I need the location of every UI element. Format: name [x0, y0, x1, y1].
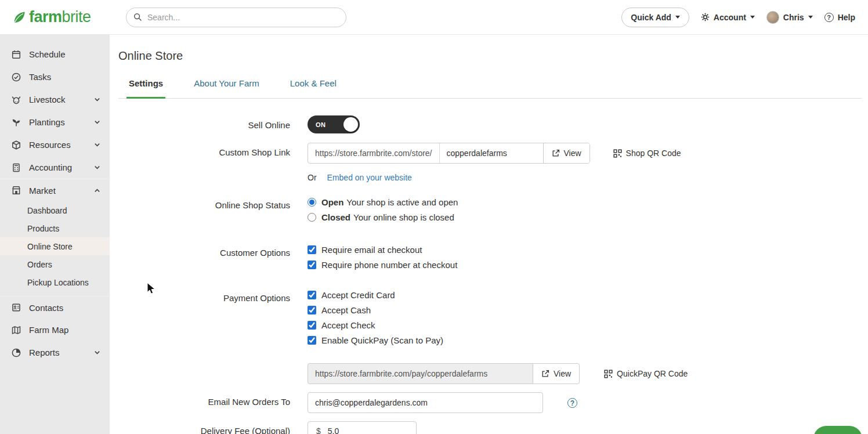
- shop-status-open-option[interactable]: Open Your shop is active and open: [308, 197, 458, 207]
- email-orders-input[interactable]: [308, 392, 543, 413]
- tab-settings[interactable]: Settings: [126, 78, 165, 99]
- chevron-up-icon: [94, 187, 100, 194]
- tabs: Settings About Your Farm Look & Feel: [118, 78, 862, 99]
- sidebar-item-market[interactable]: Market: [0, 179, 110, 201]
- accept-credit-card-checkbox[interactable]: [308, 291, 316, 299]
- calculator-icon: [12, 163, 23, 172]
- leaf-icon: [12, 10, 27, 25]
- sidebar-subitem-pickup-locations[interactable]: Pickup Locations: [0, 273, 110, 291]
- shop-slug-input[interactable]: [440, 143, 543, 163]
- require-email-checkbox[interactable]: [308, 245, 316, 254]
- accept-credit-card-option[interactable]: Accept Credit Card: [308, 290, 443, 300]
- gear-icon: [701, 13, 710, 21]
- sell-online-toggle[interactable]: ON: [308, 115, 360, 133]
- delivery-fee-input[interactable]: [328, 426, 386, 434]
- quick-add-button[interactable]: Quick Add: [621, 8, 689, 27]
- store-settings-form: Sell Online ON Custom Shop Link https://…: [110, 115, 868, 434]
- chevron-down-icon: [94, 119, 100, 125]
- external-link-icon: [541, 370, 549, 378]
- user-name: Chris: [783, 13, 804, 22]
- sidebar-item-label: Reports: [29, 348, 94, 357]
- currency-symbol: $: [308, 426, 328, 434]
- checkbox-label: Require email at checkout: [321, 245, 422, 255]
- email-orders-label: Email New Orders To: [110, 392, 290, 407]
- closed-radio[interactable]: [308, 213, 316, 222]
- closed-option-desc: Your online shop is closed: [353, 212, 454, 222]
- shop-qr-code-link[interactable]: Shop QR Code: [613, 149, 681, 158]
- sidebar-subitem-online-store[interactable]: Online Store: [0, 237, 110, 255]
- sidebar-item-livestock[interactable]: Livestock: [0, 88, 110, 111]
- account-label: Account: [714, 13, 746, 22]
- quickpay-qr-code-link[interactable]: QuickPay QR Code: [604, 369, 688, 378]
- sidebar-item-schedule[interactable]: Schedule: [0, 43, 110, 66]
- shop-url-prefix: https://store.farmbrite.com/store/: [308, 143, 440, 163]
- chevron-down-icon: [94, 142, 100, 148]
- sidebar-subitem-products[interactable]: Products: [0, 219, 110, 237]
- shop-view-button[interactable]: View: [543, 143, 589, 163]
- closed-option-name: Closed: [321, 212, 350, 222]
- checkbox-label: Require phone number at checkout: [321, 260, 457, 270]
- subitem-label: Products: [27, 224, 59, 233]
- sidebar-item-label: Resources: [29, 140, 94, 150]
- help-circle-icon[interactable]: [567, 398, 577, 408]
- help-menu[interactable]: Help: [824, 13, 855, 22]
- require-phone-option[interactable]: Require phone number at checkout: [308, 260, 457, 270]
- quickpay-url-input[interactable]: [308, 363, 533, 384]
- search-input[interactable]: [126, 8, 346, 27]
- sidebar-item-plantings[interactable]: Plantings: [0, 111, 110, 133]
- accept-check-option[interactable]: Accept Check: [308, 320, 443, 330]
- checkbox-label: Accept Check: [321, 320, 375, 330]
- contacts-icon: [12, 303, 23, 312]
- save-button[interactable]: [813, 426, 862, 434]
- checkbox-label: Accept Credit Card: [321, 290, 395, 300]
- enable-quickpay-option[interactable]: Enable QuickPay (Scan to Pay): [308, 335, 443, 345]
- accept-cash-option[interactable]: Accept Cash: [308, 305, 443, 315]
- caret-down-icon: [750, 16, 755, 19]
- accept-check-checkbox[interactable]: [308, 321, 316, 330]
- require-email-option[interactable]: Require email at checkout: [308, 245, 457, 255]
- account-menu[interactable]: Account: [701, 13, 755, 22]
- sidebar-item-accounting[interactable]: Accounting: [0, 156, 110, 179]
- checkbox-label: Enable QuickPay (Scan to Pay): [321, 335, 443, 345]
- customer-options-label: Customer Options: [110, 245, 290, 258]
- subitem-label: Pickup Locations: [27, 278, 89, 287]
- page-title: Online Store: [118, 49, 868, 63]
- tab-look-and-feel[interactable]: Look & Feel: [288, 78, 339, 98]
- payment-options-label: Payment Options: [110, 290, 290, 303]
- chevron-down-icon: [94, 96, 100, 103]
- pie-chart-icon: [12, 348, 23, 357]
- sidebar-item-label: Accounting: [29, 162, 94, 172]
- avatar: [766, 11, 779, 24]
- qr-code-icon: [604, 370, 613, 378]
- sidebar-subitem-orders[interactable]: Orders: [0, 255, 110, 273]
- accept-cash-checkbox[interactable]: [308, 306, 316, 314]
- shop-status-closed-option[interactable]: Closed Your online shop is closed: [308, 212, 458, 222]
- sidebar-item-label: Farm Map: [29, 325, 100, 335]
- spacer: [110, 169, 290, 174]
- sidebar-item-contacts[interactable]: Contacts: [0, 296, 110, 319]
- qr-code-icon: [613, 149, 622, 158]
- open-radio[interactable]: [308, 198, 316, 207]
- delivery-fee-group: $: [308, 421, 417, 434]
- sidebar-item-tasks[interactable]: Tasks: [0, 66, 110, 88]
- sidebar-item-resources[interactable]: Resources: [0, 133, 110, 156]
- sidebar-item-label: Schedule: [29, 49, 100, 59]
- or-text: Or: [308, 173, 317, 182]
- sidebar-item-farm-map[interactable]: Farm Map: [0, 319, 110, 341]
- enable-quickpay-checkbox[interactable]: [308, 336, 316, 345]
- open-option-desc: Your shop is active and open: [346, 197, 458, 207]
- main-content: Online Store Settings About Your Farm Lo…: [110, 35, 868, 434]
- tab-about-your-farm[interactable]: About Your Farm: [191, 78, 262, 98]
- check-circle-icon: [12, 73, 23, 82]
- quickpay-view-button[interactable]: View: [533, 363, 580, 384]
- help-label: Help: [838, 13, 855, 22]
- farmbrite-logo[interactable]: farmbrite: [0, 8, 110, 26]
- checkbox-label: Accept Cash: [321, 305, 371, 315]
- require-phone-checkbox[interactable]: [308, 261, 316, 269]
- subitem-label: Online Store: [27, 242, 73, 251]
- external-link-icon: [552, 149, 560, 157]
- sidebar-item-reports[interactable]: Reports: [0, 341, 110, 364]
- embed-on-website-link[interactable]: Embed on your website: [327, 173, 412, 182]
- user-menu[interactable]: Chris: [766, 11, 813, 24]
- sidebar-subitem-dashboard[interactable]: Dashboard: [0, 201, 110, 219]
